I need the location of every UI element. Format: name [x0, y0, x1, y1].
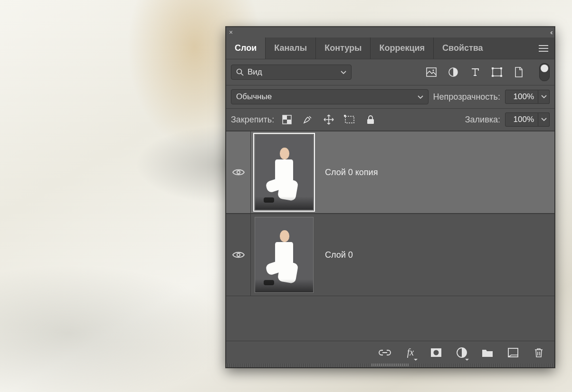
svg-rect-10	[283, 115, 287, 120]
chevron-down-icon[interactable]	[538, 90, 550, 104]
layer-thumbnail[interactable]	[255, 217, 314, 293]
row-filter: Вид	[226, 59, 554, 85]
tab-paths[interactable]: Контуры	[315, 37, 370, 59]
opacity-label: Непрозрачность:	[433, 92, 500, 102]
fill-input[interactable]	[505, 112, 538, 127]
delete-layer-icon[interactable]	[533, 346, 545, 359]
svg-point-0	[237, 69, 242, 74]
layer-name[interactable]: Слой 0 копия	[317, 168, 378, 177]
layer-style-icon[interactable]: fx	[404, 346, 417, 359]
panel-titlebar: × ‹‹	[226, 27, 554, 37]
svg-rect-11	[287, 120, 291, 124]
visibility-toggle[interactable]	[226, 214, 251, 296]
lock-position-icon[interactable]	[321, 112, 337, 127]
layer-thumbnail[interactable]	[255, 134, 314, 210]
layer-row[interactable]: Слой 0	[226, 214, 554, 296]
filter-type-icon[interactable]	[467, 65, 483, 79]
lock-artboard-icon[interactable]	[342, 112, 358, 127]
layer-row[interactable]: Слой 0 копия	[226, 131, 554, 214]
collapse-icon[interactable]: ‹‹	[550, 28, 552, 36]
adjustment-layer-icon[interactable]	[456, 346, 468, 359]
row-lock: Закрепить: Заливка:	[226, 109, 554, 131]
filter-toggle[interactable]	[539, 63, 550, 81]
svg-point-16	[237, 253, 239, 256]
chevron-down-icon	[418, 92, 423, 102]
panel-bottombar: fx	[226, 341, 554, 364]
layers-panel: × ‹‹ Слои Каналы Контуры Коррекция Свойс…	[226, 27, 555, 368]
tab-properties[interactable]: Свойства	[433, 37, 492, 59]
tab-channels[interactable]: Каналы	[265, 37, 315, 59]
fill-field[interactable]	[505, 112, 550, 127]
blend-mode-label: Обычные	[236, 92, 272, 102]
visibility-toggle[interactable]	[226, 131, 251, 213]
svg-rect-7	[492, 75, 494, 77]
lock-label: Закрепить:	[231, 115, 274, 125]
chevron-down-icon	[341, 67, 346, 77]
svg-rect-5	[492, 67, 494, 69]
lock-pixels-icon[interactable]	[300, 112, 316, 127]
tab-adjustments[interactable]: Коррекция	[370, 37, 433, 59]
opacity-field[interactable]	[505, 90, 550, 104]
new-layer-icon[interactable]	[507, 346, 519, 359]
filter-kind-dropdown[interactable]: Вид	[231, 65, 352, 80]
svg-rect-14	[367, 119, 374, 124]
link-layers-icon[interactable]	[379, 346, 391, 359]
filter-pixel-icon[interactable]	[423, 65, 439, 79]
layer-mask-icon[interactable]	[430, 346, 442, 359]
row-blend: Обычные Непрозрачность:	[226, 85, 554, 109]
layers-list: Слой 0 копия Слой 0	[226, 131, 554, 341]
layer-name[interactable]: Слой 0	[317, 250, 353, 260]
opacity-input[interactable]	[505, 90, 538, 104]
blend-mode-dropdown[interactable]: Обычные	[231, 89, 429, 104]
filter-smartobject-icon[interactable]	[511, 65, 527, 79]
tab-layers[interactable]: Слои	[226, 37, 265, 59]
group-icon[interactable]	[481, 346, 494, 359]
lock-transparency-icon[interactable]	[279, 112, 295, 127]
svg-point-15	[237, 171, 239, 174]
filter-icons	[423, 63, 550, 81]
filter-shape-icon[interactable]	[489, 65, 505, 79]
filter-adjustment-icon[interactable]	[445, 65, 461, 79]
panel-menu-icon[interactable]	[533, 37, 554, 59]
chevron-down-icon[interactable]	[538, 112, 550, 127]
svg-rect-13	[344, 115, 346, 117]
panel-resize-grip[interactable]	[226, 364, 554, 367]
svg-point-18	[434, 350, 439, 355]
panel-tabs: Слои Каналы Контуры Коррекция Свойства	[226, 37, 554, 59]
svg-rect-12	[345, 116, 354, 123]
svg-rect-4	[493, 68, 501, 76]
lock-all-icon[interactable]	[362, 112, 379, 127]
svg-point-2	[432, 69, 434, 71]
fill-label: Заливка:	[465, 115, 500, 125]
close-icon[interactable]: ×	[229, 28, 233, 36]
svg-rect-8	[500, 75, 502, 77]
filter-kind-label: Вид	[248, 67, 262, 77]
svg-rect-6	[500, 67, 502, 69]
